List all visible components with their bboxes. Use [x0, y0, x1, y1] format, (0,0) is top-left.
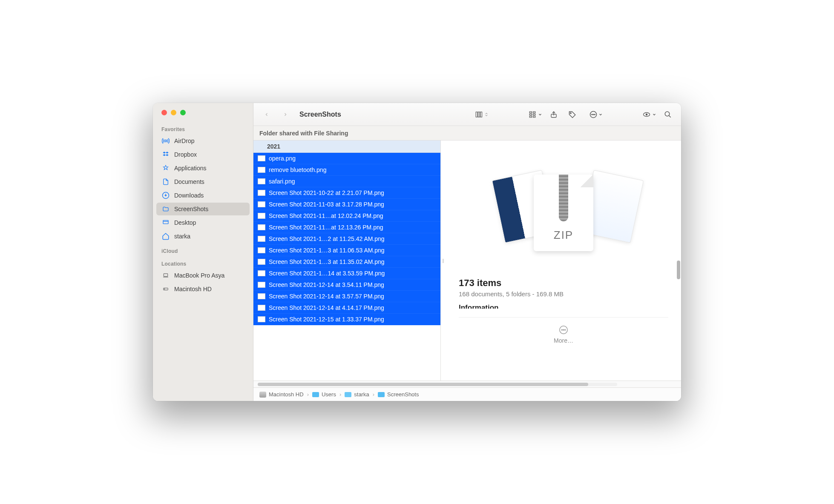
file-row[interactable]: Screen Shot 2021-1…3 at 11.06.53 AM.png	[253, 245, 440, 256]
file-name: Screen Shot 2021-11…at 12.02.24 PM.png	[269, 212, 383, 219]
airdrop-icon	[161, 137, 170, 145]
preview-thumbnail: ZIP	[459, 153, 668, 272]
file-thumbnail-icon	[258, 293, 265, 299]
group-by-button[interactable]	[528, 111, 542, 118]
file-row[interactable]: Screen Shot 2021-11…at 12.02.24 PM.png	[253, 210, 440, 222]
sidebar-item-label: Downloads	[174, 192, 204, 199]
sidebar-item-label: Applications	[174, 165, 207, 172]
file-name: Screen Shot 2021-10-22 at 2.21.07 PM.png	[269, 189, 384, 196]
svg-rect-13	[529, 114, 532, 115]
svg-point-22	[595, 114, 595, 115]
svg-rect-11	[529, 112, 532, 113]
preview-toggle-button[interactable]	[642, 111, 656, 118]
svg-point-28	[561, 329, 562, 330]
file-row[interactable]: safari.png	[253, 176, 440, 187]
file-row[interactable]: Screen Shot 2021-12-14 at 4.14.17 PM.png	[253, 302, 440, 314]
file-list[interactable]: opera.pngremove bluetooth.pngsafari.pngS…	[253, 153, 440, 381]
folder-icon	[378, 392, 385, 397]
file-thumbnail-icon	[258, 247, 265, 253]
sidebar-item-applications[interactable]: Applications	[156, 162, 250, 175]
folder-sharing-banner: Folder shared with File Sharing	[253, 126, 681, 140]
file-row[interactable]: Screen Shot 2021-12-15 at 1.33.37 PM.png	[253, 314, 440, 325]
file-row[interactable]: Screen Shot 2021-1…2 at 11.25.42 AM.png	[253, 233, 440, 245]
folder-icon	[345, 392, 351, 397]
chevron-right-icon: ›	[339, 391, 341, 398]
svg-rect-4	[164, 274, 167, 276]
file-thumbnail-icon	[258, 178, 265, 184]
disk-icon	[161, 285, 170, 293]
view-mode-button[interactable]	[474, 111, 489, 118]
forward-button[interactable]	[278, 108, 293, 121]
back-button[interactable]	[259, 108, 274, 121]
svg-point-29	[563, 329, 564, 330]
file-thumbnail-icon	[258, 213, 265, 219]
zip-label: ZIP	[554, 229, 573, 251]
ellipsis-circle-icon[interactable]	[559, 325, 568, 335]
sidebar-item-screenshots[interactable]: ScreenShots	[156, 203, 250, 215]
file-row[interactable]: Screen Shot 2021-12-14 at 3.54.11 PM.png	[253, 279, 440, 291]
applications-icon	[161, 164, 170, 172]
sidebar-item-dropbox[interactable]: Dropbox	[156, 148, 250, 161]
horizontal-scrollbar[interactable]	[253, 381, 681, 387]
file-row[interactable]: Screen Shot 2021-10-22 at 2.21.07 PM.png	[253, 187, 440, 199]
path-bar: Macintosh HD › Users › starka › ScreenSh…	[253, 387, 681, 401]
chevron-right-icon: ›	[307, 391, 309, 398]
file-name: Screen Shot 2021-1…14 at 3.53.59 PM.png	[269, 270, 385, 277]
sidebar-item-desktop[interactable]: Desktop	[156, 216, 250, 229]
file-name: Screen Shot 2021-1…3 at 11.06.53 AM.png	[269, 247, 385, 254]
fullscreen-button[interactable]	[180, 110, 186, 115]
file-thumbnail-icon	[258, 190, 265, 196]
sidebar-item-documents[interactable]: Documents	[156, 175, 250, 188]
file-name: Screen Shot 2021-11-03 at 3.17.28 PM.png	[269, 201, 384, 208]
group-header[interactable]: 2021	[253, 140, 440, 153]
sidebar-item-label: starka	[174, 233, 190, 240]
file-row[interactable]: Screen Shot 2021-1…14 at 3.53.59 PM.png	[253, 268, 440, 279]
minimize-button[interactable]	[171, 110, 176, 115]
svg-point-20	[592, 114, 592, 115]
file-name: remove bluetooth.png	[269, 166, 326, 173]
sidebar-item-downloads[interactable]: Downloads	[156, 189, 250, 202]
file-name: Screen Shot 2021-12-14 at 3.57.57 PM.png	[269, 293, 384, 300]
file-name: Screen Shot 2021-1…2 at 11.25.42 AM.png	[269, 235, 385, 242]
path-label: ScreenShots	[387, 391, 419, 398]
file-thumbnail-icon	[258, 201, 265, 207]
file-thumbnail-icon	[258, 305, 265, 311]
sidebar-item-label: Documents	[174, 178, 204, 185]
downloads-icon	[161, 191, 170, 200]
sidebar-item-home[interactable]: starka	[156, 230, 250, 243]
sidebar-item-macintosh-hd[interactable]: Macintosh HD	[156, 283, 250, 295]
svg-rect-14	[533, 114, 535, 115]
sidebar-item-airdrop[interactable]: AirDrop	[156, 135, 250, 147]
file-row[interactable]: opera.png	[253, 153, 440, 164]
sidebar-item-macbook[interactable]: MacBook Pro Asya	[156, 269, 250, 282]
path-segment-disk[interactable]: Macintosh HD	[259, 391, 304, 398]
more-label[interactable]: More…	[554, 337, 573, 344]
share-button[interactable]	[546, 108, 561, 121]
file-row[interactable]: remove bluetooth.png	[253, 164, 440, 176]
window-title: ScreenShots	[299, 111, 341, 118]
svg-rect-10	[480, 112, 482, 117]
file-row[interactable]: Screen Shot 2021-1…3 at 11.35.02 AM.png	[253, 256, 440, 268]
close-button[interactable]	[161, 110, 167, 115]
search-button[interactable]	[661, 108, 675, 121]
preview-info-heading: Information	[459, 304, 668, 309]
path-segment-screenshots[interactable]: ScreenShots	[378, 391, 419, 398]
zip-archive-icon: ZIP	[534, 175, 593, 251]
file-row[interactable]: Screen Shot 2021-11…at 12.13.26 PM.png	[253, 222, 440, 233]
path-segment-users[interactable]: Users	[312, 391, 336, 398]
column-resize-handle[interactable]: ‖	[441, 140, 446, 381]
folder-icon	[161, 205, 170, 213]
preview-more-section: More…	[459, 317, 668, 344]
svg-point-18	[570, 112, 572, 114]
file-row[interactable]: Screen Shot 2021-11-03 at 3.17.28 PM.png	[253, 199, 440, 210]
actions-button[interactable]	[589, 110, 603, 119]
svg-rect-15	[529, 116, 532, 117]
path-segment-starka[interactable]: starka	[345, 391, 369, 398]
tags-button[interactable]	[565, 108, 580, 121]
file-thumbnail-icon	[258, 282, 265, 288]
svg-point-24	[646, 113, 648, 115]
file-row[interactable]: Screen Shot 2021-12-14 at 3.57.57 PM.png	[253, 291, 440, 302]
svg-rect-12	[533, 112, 535, 113]
preview-pane: ZIP 173 items 168 documents, 5 folders -…	[446, 140, 681, 381]
preview-scrollbar[interactable]	[677, 261, 680, 279]
